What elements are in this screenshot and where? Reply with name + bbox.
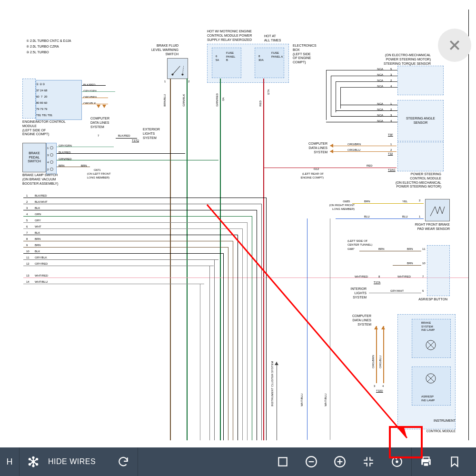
engine-module-connector: ① ② ③ 37 24 68 60 7 20 80 80 60 79 79 79… [36,80,82,120]
cds-label-1: COMPUTER DATA LINES SYSTEM [90,117,109,129]
brake-fluid-label: BRAKE FLUID LEVEL WARNING SWITCH [138,44,178,56]
zoom-out-button[interactable] [297,447,326,476]
brake-pedal-connector: 1 3 4 2 [46,143,57,174]
refresh-button[interactable] [109,447,138,476]
torque-sensor-box [397,66,444,95]
zoom-out-icon [305,456,317,468]
close-button[interactable] [438,29,471,62]
rf-brake-sensor-box [425,199,450,221]
svg-line-2 [173,66,180,75]
asr-esp-button-box [427,245,450,296]
legend-1: ① 2.0L TURBO CNTC & DJJA [26,39,71,43]
refresh-icon [117,456,129,468]
bookmark-button[interactable] [440,447,469,476]
legend-3: ③ 2.5L TURBO [26,50,49,55]
svg-rect-27 [278,457,287,466]
zoom-in-button[interactable] [326,447,354,476]
engine-module-box [22,79,36,119]
fullscreen-exit-icon [362,456,375,468]
pscm-box [397,142,444,171]
brake-pedal-switch-box: BRAKE PEDAL SWITCH [22,143,46,172]
fullscreen-exit-button[interactable] [354,447,383,476]
legend-2: ② 2.0L TURBO CZRA [26,45,59,49]
bookmark-icon [448,456,461,468]
square-icon [277,456,289,468]
search-button-fragment[interactable]: H [0,447,19,476]
hide-wires-button[interactable]: HIDE WIRES [20,447,109,476]
fit-button[interactable] [268,447,297,476]
svg-line-3 [183,66,184,75]
svg-point-38 [428,461,429,462]
zoom-in-icon [334,456,346,468]
wiring-diagram-canvas[interactable]: ① 2.0L TURBO CNTC & DJJA ② 2.0L TURBO CZ… [12,10,469,440]
electronics-box-label: ELECTRONICS BOX (LEFT SIDE OF ENGINE COM… [293,44,317,65]
steering-angle-sensor-box: STEERING ANGLE SENSOR [397,100,444,141]
engine-module-label: ENGINE/MOTOR CONTROL MODULE (LEFT SIDE O… [22,120,66,137]
svg-rect-37 [424,463,429,466]
brake-fluid-switch-box [167,58,188,79]
wires-icon [27,456,40,468]
print-highlight-box [389,426,423,458]
svg-point-34 [396,460,398,463]
